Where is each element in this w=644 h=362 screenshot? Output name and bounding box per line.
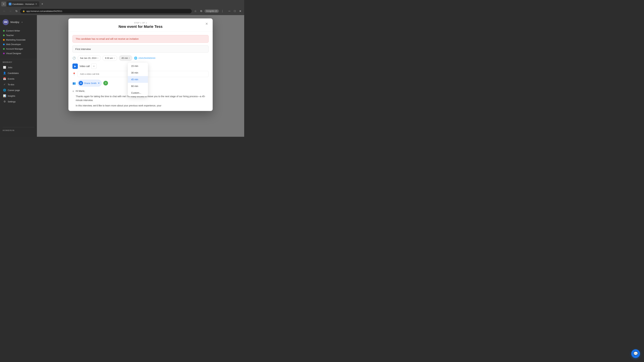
active-tab[interactable]: Candidates · Homerun ✕ [7,1,39,7]
sidebar-item-label: Account Manager [6,48,23,50]
tab-switcher[interactable]: ▾ [1,2,6,6]
sidebar-item-web-dev[interactable]: Web Developer [1,42,36,46]
sidebar-org-label: Moodjoy [0,60,37,64]
sidebar-item-label: Insights [8,95,15,97]
message-icon: ≡ [72,90,74,93]
homerun-logo: HOMERUN [3,127,34,131]
org-name: Moodjoy [10,21,19,23]
forward-button[interactable]: → [8,9,13,13]
video-chevron-icon[interactable]: ▾ [91,63,96,69]
datetime-row: 🕐 Sat Jan 20, 2024 ▾ 9:30 am ▾ 45 min ▾ [72,55,209,61]
caret-icon: ▾ [129,57,130,59]
sidebar-item-todos[interactable]: ✓ To-dos [1,82,36,87]
date-value: Sat Jan 20, 2024 [80,57,96,59]
duration-option-60min[interactable]: 60 min [128,83,148,89]
modal-close-button[interactable]: ✕ [204,21,209,26]
status-dot [3,34,5,36]
duration-option-15min[interactable]: 15 min [128,63,148,69]
events-icon: 📅 [3,77,6,80]
timezone-label: ASIA/SHANGHAI [138,57,155,59]
status-dot [3,39,5,41]
todos-icon: ✓ [3,83,6,86]
jobs-icon: ⬜ [3,66,6,69]
duration-option-45min[interactable]: 45 min [128,76,148,83]
location-pin-icon: 📍 [72,72,76,76]
time-picker[interactable]: 9:30 am ▾ [102,55,117,61]
reload-button[interactable]: ↻ [14,9,19,13]
main-content: STEP 1 OF 1 New event for Marie Tess ✕ T… [37,15,244,137]
settings-icon: ⚙ [3,100,6,103]
sidebar-item-account-mgr[interactable]: Account Manager [1,46,36,51]
people-icon: 👥 [72,82,76,85]
sidebar-item-label: Jobs [8,66,12,69]
status-dot [3,43,5,45]
sidebar-item-jobs[interactable]: ⬜ Jobs [1,64,36,70]
timezone-selector[interactable]: 🌐 ASIA/SHANGHAI [134,56,155,60]
sidebar-item-label: Career page [8,89,20,91]
menu-button[interactable]: ⋮ [220,9,225,13]
sidebar-header: MM Moodjoy ▾ [0,18,37,28]
duration-option-custom[interactable]: Custom... [128,89,148,96]
sidebar-item-teacher[interactable]: Teacher [1,33,36,37]
modal-body: This candidate has no email and will not… [68,32,213,111]
modal-header: STEP 1 OF 1 New event for Marie Tess ✕ [68,18,213,32]
alert-text: This candidate has no email and will not… [76,37,139,40]
url-text: app.homerun.co/candidates/5425511 [26,10,62,12]
message-body2: In this interview, we'd like to learn mo… [76,104,209,107]
sidebar-item-label: Visual Designer [6,52,21,55]
insights-icon: 📊 [3,94,6,97]
back-button[interactable]: ← [2,9,7,13]
job-list: Content Writer Teacher Marketing Associa… [0,28,37,56]
lock-icon: 🔒 [22,10,25,12]
sidebar-item-settings[interactable]: ⚙ Settings [1,99,36,104]
alert-banner: This candidate has no email and will not… [72,35,209,43]
duration-dropdown: 15 min 30 min 45 min 60 min [128,63,148,96]
career-icon: 🌐 [3,89,6,92]
sidebar-item-label: To-dos [8,83,14,86]
chevron-down-icon[interactable]: ▾ [22,21,22,23]
close-button[interactable]: ✕ [238,9,242,13]
remove-participant-button[interactable]: ✕ [98,82,100,84]
sidebar-item-insights[interactable]: 📊 Insights [1,93,36,99]
sidebar-item-candidates[interactable]: 👤 Candidates [1,70,36,76]
event-title-input[interactable] [72,45,209,53]
sidebar-item-events[interactable]: 📅 Events [1,76,36,82]
sidebar-footer: HOMERUN [0,124,37,134]
sidebar-item-label: Events [8,78,14,80]
sidebar-item-marketing[interactable]: Marketing Associate [1,37,36,42]
minimize-button[interactable]: ─ [228,9,232,13]
modal-dialog: STEP 1 OF 1 New event for Marie Tess ✕ T… [68,18,213,111]
sidebar-item-visual-designer[interactable]: Visual Designer [1,51,36,56]
sidebar-item-content-writer[interactable]: Content Writer [1,28,36,33]
new-tab-button[interactable]: + [40,2,44,6]
maximize-button[interactable]: □ [233,9,237,13]
app-layout: MM Moodjoy ▾ Content Writer Teacher Mark… [0,15,244,137]
incognito-badge: Incognito (2) [204,9,219,13]
caret-icon: ▾ [98,57,98,59]
browser-toolbar: ← → ↻ 🔒 app.homerun.co/candidates/542551… [0,7,244,15]
avatar: MM [3,19,9,25]
duration-value: 45 min [122,57,128,59]
tab-close-button[interactable]: ✕ [35,3,37,5]
date-picker[interactable]: Sat Jan 20, 2024 ▾ [78,55,101,61]
bookmark-button[interactable]: ☆ [193,9,198,13]
participant-chip: SS Shane Smith ✕ [78,80,102,86]
duration-picker[interactable]: 45 min ▾ [119,55,132,61]
sidebar-item-label: Web Developer [6,43,21,45]
add-participant-button[interactable]: + [103,81,108,85]
video-call-label: Video call [80,65,90,67]
sidebar-item-label: Teacher [6,34,14,36]
tab-favicon [9,3,12,5]
sidebar-divider [0,59,37,59]
modal-title: New event for Marie Tess [72,24,209,29]
participant-name: Shane Smith [84,82,96,84]
sidebar-item-label: Settings [8,100,16,103]
sidebar-item-career[interactable]: 🌐 Career page [1,87,36,93]
duration-option-30min[interactable]: 30 min [128,69,148,76]
status-dot [3,48,5,50]
split-button[interactable]: ⧉ [199,9,204,13]
candidates-icon: 👤 [3,71,6,75]
browser-actions: ☆ ⧉ Incognito (2) ⋮ [193,9,225,13]
address-bar[interactable]: 🔒 app.homerun.co/candidates/5425511 [20,9,192,13]
modal-overlay: STEP 1 OF 1 New event for Marie Tess ✕ T… [37,15,244,137]
